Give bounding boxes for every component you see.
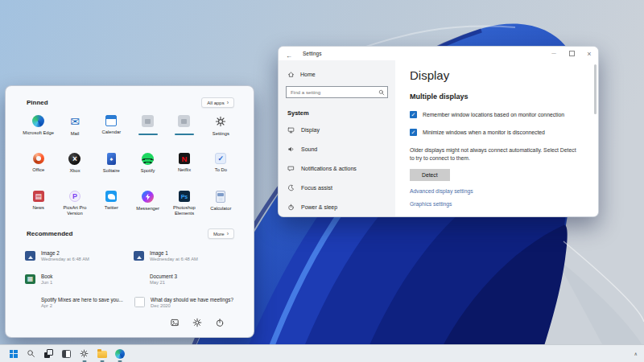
app-label: Calendar [102,130,122,135]
gear-icon [80,349,89,358]
checkbox-row[interactable]: Remember window locations based on monit… [410,111,582,118]
recommended-item-book[interactable]: BookJun 1 [25,267,130,290]
desktop: Pinned All apps Microsoft EdgeMailCalend… [0,0,644,362]
taskbar-settings[interactable] [77,347,91,360]
minimize-button[interactable] [545,47,563,60]
recommended-subtitle: Apr 2 [41,303,123,308]
maximize-button[interactable] [563,47,580,60]
sidebar-item-label: Power & sleep [301,204,337,210]
sidebar-item-focus-assist[interactable]: Focus assist [286,178,388,197]
power-icon[interactable] [215,318,225,327]
recommended-item-document-3[interactable]: Document 3May 21 [134,267,239,290]
recommended-subtitle: May 21 [150,280,177,285]
placeholder-icon [178,115,190,127]
start-menu-footer [20,314,239,337]
chevron-right-icon [227,231,229,237]
taskbar-search[interactable] [24,347,38,360]
pinned-app-to-do[interactable]: To Do [203,150,239,187]
pinned-app-messenger[interactable]: Messenger [130,187,166,225]
recommended-text: Spotify Mixes are here to save you...Apr… [41,297,123,309]
pinned-apps-grid: Microsoft EdgeMailCalendarSettingsOffice… [20,112,239,225]
chevron-right-icon [227,100,229,105]
photos-icon[interactable] [170,318,180,327]
pinned-app-downloading[interactable] [130,112,166,150]
checkbox[interactable] [410,129,417,136]
recommended-title: Image 2 [41,250,89,256]
xbox-icon [68,153,80,165]
links-list: Advanced display settingsGraphics settin… [410,188,582,207]
taskbar-edge[interactable] [113,347,126,360]
settings-link-graphics-settings[interactable]: Graphics settings [410,201,582,207]
pinned-app-news[interactable]: News [20,187,56,225]
explorer-icon [97,351,107,358]
recommended-text: Image 2Wednesday at 6:48 AM [41,250,89,262]
taskbar-file-explorer[interactable] [95,347,109,360]
checkbox-row[interactable]: Minimize windows when a monitor is disco… [410,129,582,136]
back-icon[interactable] [286,47,292,61]
sidebar-item-notifications-actions[interactable]: Notifications & actions [286,158,388,178]
recommended-title: Book [41,274,52,279]
display-icon [287,126,295,134]
settings-icon[interactable] [192,318,202,327]
pinned-app-picsart-pro-version[interactable]: PicsArt Pro Version [56,187,93,225]
image-icon [134,251,144,261]
pinned-app-netflix[interactable]: Netflix [166,150,202,187]
more-button[interactable]: More [208,228,234,239]
recommended-header: Recommended More [27,227,234,241]
doc-icon [134,297,145,307]
all-apps-button[interactable]: All apps [201,97,234,108]
sidebar-item-display[interactable]: Display [286,120,388,139]
tray-chevron-icon[interactable] [634,351,638,356]
recommended-heading: Recommended [27,230,72,237]
recommended-item-spotify-mixes-are-here-to-save-you[interactable]: Spotify Mixes are here to save you...Apr… [25,290,130,314]
pinned-app-photoshop-elements[interactable]: Photoshop Elements [166,187,202,225]
pinned-app-mail[interactable]: Mail [56,112,93,150]
pinned-app-spotify[interactable]: Spotify [130,150,166,187]
recommended-item-image-2[interactable]: Image 2Wednesday at 6:48 AM [25,244,130,267]
taskbar-widgets[interactable] [60,347,73,360]
taskbar [0,344,644,362]
edge-icon [32,115,44,127]
app-label: To Do [215,167,227,173]
pinned-heading: Pinned [27,99,48,106]
pinned-app-calculator[interactable]: Calculator [203,187,239,225]
sidebar-item-power-sleep[interactable]: Power & sleep [286,197,388,216]
settings-sidebar: Home System DisplaySoundNotifications & … [279,60,395,216]
recommended-item-image-1[interactable]: Image 1Wednesday at 6:48 AM [134,244,239,267]
twitter-icon [105,191,117,202]
recommended-text: What day should we have meetings?Dec 202… [151,297,233,309]
scrollbar[interactable] [594,64,597,114]
settings-main: Display Multiple displays Remember windo… [395,60,598,216]
search-input[interactable] [287,87,387,97]
settings-link-advanced-display-settings[interactable]: Advanced display settings [410,188,582,194]
sidebar-item-home[interactable]: Home [286,68,388,80]
taskbar-task-view[interactable] [42,347,56,360]
settings-icon [215,115,226,128]
checkbox[interactable] [410,111,417,118]
sidebar-nav: DisplaySoundNotifications & actionsFocus… [286,120,388,216]
pinned-app-calendar[interactable]: Calendar [93,112,130,150]
recommended-item-what-day-should-we-have-meetings[interactable]: What day should we have meetings?Dec 202… [134,290,239,314]
download-progress-bar [138,134,158,135]
app-label: PicsArt Pro Version [56,205,93,216]
pinned-app-downloading[interactable] [166,112,202,150]
checkbox-label: Remember window locations based on monit… [423,112,564,117]
pinned-app-twitter[interactable]: Twitter [93,187,130,225]
app-label: Solitaire [103,168,120,174]
detect-button[interactable]: Detect [410,169,450,181]
home-icon [287,71,295,78]
checkbox-list: Remember window locations based on monit… [410,111,582,136]
search-icon [378,89,385,96]
app-label: News [32,205,44,211]
taskbar-items [6,347,126,360]
pinned-app-xbox[interactable]: Xbox [56,150,93,187]
start-icon [10,350,18,358]
taskbar-start[interactable] [6,347,20,360]
pinned-app-microsoft-edge[interactable]: Microsoft Edge [20,112,56,150]
app-label: Office [32,167,44,173]
pinned-app-settings[interactable]: Settings [203,112,239,150]
close-button[interactable] [580,47,598,60]
pinned-app-solitaire[interactable]: Solitaire [93,150,130,187]
pinned-app-office[interactable]: Office [20,150,56,187]
sidebar-item-sound[interactable]: Sound [286,139,388,158]
